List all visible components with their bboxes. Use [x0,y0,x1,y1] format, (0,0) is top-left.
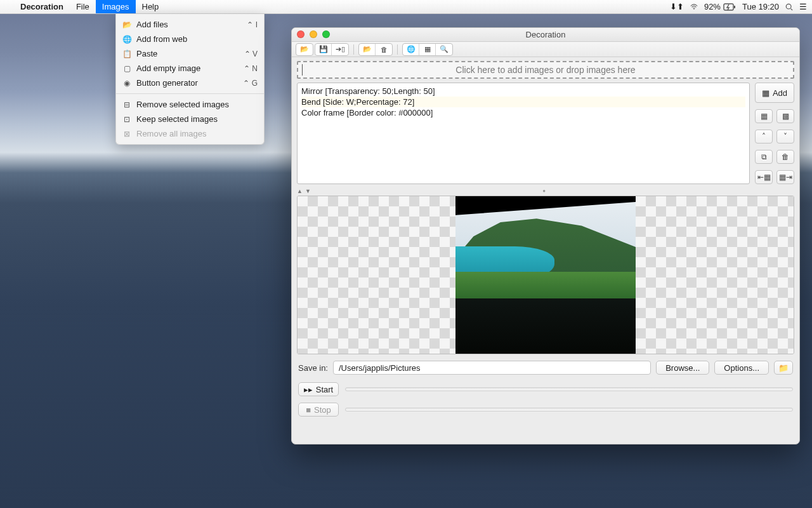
wifi-icon[interactable] [690,3,698,11]
tool-open-icon[interactable]: 📂 [296,44,313,55]
svg-point-0 [693,8,694,9]
copy-button[interactable]: ⧉ [755,150,773,164]
start-button[interactable]: ▸▸ Start [298,382,339,396]
titlebar[interactable]: Decoration [292,28,799,42]
app-window: Decoration 📂 💾 ➔▯ 📂 🗑 🌐 ▦ 🔍 Click here t… [291,27,800,444]
menu-file[interactable]: File [70,0,96,13]
menu-add-files[interactable]: 📂 Add files ⌃ I [116,17,264,32]
tool-web-icon[interactable]: 🌐 [403,44,419,55]
effect-tile-button[interactable]: ▩ [776,109,794,123]
clipboard-icon: 📋 [122,50,131,58]
effect-grid-button[interactable]: ▦ [755,109,773,123]
effect-buttons: ▦ Add ▦ ▩ ˄ ˅ ⧉ 🗑 ⇤▦ ▦⇥ [755,83,794,184]
zoom-button[interactable] [322,30,330,38]
tool-grid-icon[interactable]: ▦ [419,44,436,55]
menu-paste[interactable]: 📋 Paste ⌃ V [116,46,264,61]
delete-button[interactable]: 🗑 [776,150,794,164]
add-label: Add [773,88,787,98]
button-icon: ◉ [122,79,131,88]
remove-icon: ⊟ [122,100,131,109]
folder-icon: 📂 [122,20,131,29]
shortcut: ⌃ I [247,20,258,29]
menu-add-from-web[interactable]: 🌐 Add from web [116,32,264,46]
menu-separator [116,93,264,94]
grid-icon: ▦ [762,88,769,98]
stop-progress [345,408,793,411]
preview-handle-icon[interactable]: ● [542,188,546,194]
battery-percent: 92% [704,2,721,11]
stop-button: ■ Stop [298,403,339,417]
svg-line-4 [791,8,793,10]
align-right-button[interactable]: ▦⇥ [776,170,794,184]
globe-icon: 🌐 [122,35,131,44]
images-menu-dropdown: 📂 Add files ⌃ I 🌐 Add from web 📋 Paste ⌃… [115,14,265,145]
menu-add-empty-image[interactable]: ▢ Add empty image ⌃ N [116,61,264,76]
menu-keep-selected[interactable]: ⊡ Keep selected images [116,112,264,126]
move-up-button[interactable]: ˄ [755,130,773,144]
options-button[interactable]: Options... [714,361,769,375]
play-icon: ▸▸ [304,385,313,394]
move-down-button[interactable]: ˅ [776,130,794,144]
toolbar: 📂 💾 ➔▯ 📂 🗑 🌐 ▦ 🔍 [292,42,799,57]
spotlight-icon[interactable] [785,3,793,11]
browse-button[interactable]: Browse... [656,361,709,375]
tool-export-icon[interactable]: ➔▯ [332,44,348,55]
menubar: Decoration File Images Help ⬇⬆ 92% Tue 1… [0,0,812,14]
blank-icon: ▢ [122,64,131,73]
preview-image[interactable] [455,196,636,354]
dropbox-icon[interactable]: ⬇⬆ [670,2,684,11]
tool-save-icon[interactable]: 💾 [315,44,332,55]
preview-collapse-down-icon[interactable]: ▼ [305,188,311,194]
preview-collapse-up-icon[interactable]: ▲ [297,188,303,194]
battery-status[interactable]: 92% [704,2,736,11]
menu-remove-selected[interactable]: ⊟ Remove selected images [116,97,264,112]
effect-row[interactable]: Mirror [Transparency: 50;Length: 50] [301,86,745,97]
menu-help[interactable]: Help [136,0,166,13]
svg-rect-2 [734,6,735,8]
tool-addfiles-icon[interactable]: 📂 [359,44,376,55]
minimize-button[interactable] [310,30,317,38]
dropzone-label: Click here to add images or drop images … [455,65,635,75]
transparency-bg [298,196,455,354]
stop-icon: ■ [306,405,311,415]
shortcut: ⌃ G [243,79,258,88]
effects-list[interactable]: Mirror [Transparency: 50;Length: 50] Ben… [297,83,750,184]
save-in-label: Save in: [298,363,328,373]
effect-row[interactable]: Color frame [Border color: #000000] [301,107,745,118]
control-center-icon[interactable]: ☰ [799,2,807,11]
clock[interactable]: Tue 19:20 [742,2,779,11]
add-effect-button[interactable]: ▦ Add [755,83,794,103]
menu-button-generator[interactable]: ◉ Button generator ⌃ G [116,76,264,90]
tool-delete-icon[interactable]: 🗑 [376,44,392,55]
align-left-button[interactable]: ⇤▦ [755,170,773,184]
transparency-bg [636,196,794,354]
start-progress [345,387,793,391]
keep-icon: ⊡ [122,115,131,124]
remove-all-icon: ⊠ [122,130,131,138]
shortcut: ⌃ V [244,50,258,58]
preview-pane [297,196,794,354]
svg-point-3 [786,4,791,9]
effect-row[interactable]: Bend [Side: W;Percentage: 72] [301,97,745,107]
menu-images[interactable]: Images [96,0,136,13]
tool-zoom-icon[interactable]: 🔍 [436,44,452,55]
open-folder-button[interactable]: 📁 [774,361,793,375]
save-path-input[interactable] [333,361,651,375]
shortcut: ⌃ N [244,64,258,73]
window-title: Decoration [526,30,566,39]
image-dropzone[interactable]: Click here to add images or drop images … [297,61,794,79]
close-button[interactable] [297,30,304,38]
menu-app[interactable]: Decoration [14,0,70,13]
menu-remove-all: ⊠ Remove all images [116,126,264,141]
